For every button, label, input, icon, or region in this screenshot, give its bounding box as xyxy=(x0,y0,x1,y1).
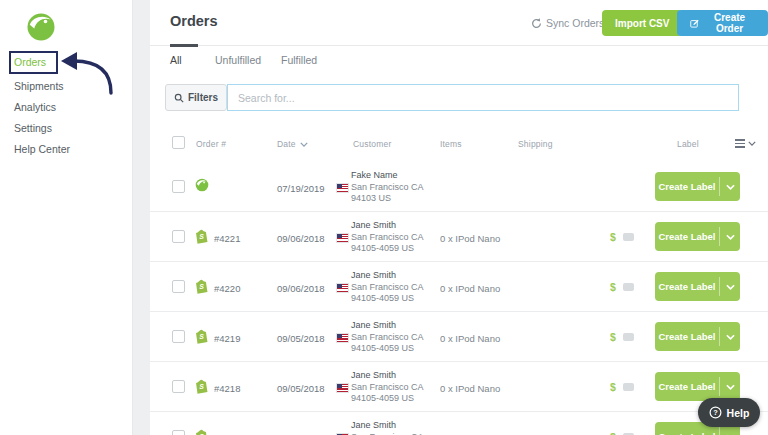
customer-name: Jane Smith xyxy=(351,320,447,332)
create-label-button[interactable]: Create Label xyxy=(655,322,740,351)
chevron-down-icon xyxy=(748,141,756,146)
shopify-icon: S xyxy=(193,278,210,295)
create-order-button[interactable]: Create Order xyxy=(677,10,768,36)
table-row: S #4221 09/06/2018 Jane Smith San Franci… xyxy=(150,212,768,262)
customer-address-line2: 94103 US xyxy=(351,193,447,205)
chevron-down-icon xyxy=(300,142,308,147)
order-number[interactable]: #4221 xyxy=(214,233,240,244)
column-customer: Customer xyxy=(353,139,391,149)
order-items: 0 x IPod Nano xyxy=(440,333,500,344)
column-items: Items xyxy=(440,139,462,149)
create-label-text: Create Label xyxy=(655,322,719,351)
import-csv-button[interactable]: Import CSV xyxy=(602,10,682,36)
create-label-dropdown[interactable] xyxy=(720,272,740,301)
order-date: 09/06/2018 xyxy=(277,233,325,244)
sidebar-item-shipments[interactable]: Shipments xyxy=(14,80,64,92)
chevron-down-icon xyxy=(726,184,735,190)
create-label-text: Create Label xyxy=(655,222,719,251)
order-date: 09/05/2018 xyxy=(277,383,325,394)
create-order-label: Create Order xyxy=(704,12,755,34)
order-items: 0 x IPod Nano xyxy=(440,233,500,244)
page-title: Orders xyxy=(170,13,218,29)
row-checkbox[interactable] xyxy=(172,430,185,435)
create-label-dropdown[interactable] xyxy=(720,222,740,251)
cheapest-rate-icon: $ xyxy=(610,231,616,243)
table-row: S #4217 09/05/2018 Jane Smith San Franci… xyxy=(150,412,768,435)
create-label-button[interactable]: Create Label xyxy=(655,372,740,401)
svg-text:S: S xyxy=(199,283,204,290)
cheapest-rate-icon: $ xyxy=(610,281,616,293)
chevron-down-icon xyxy=(726,384,735,390)
sync-orders-button[interactable]: Sync Orders xyxy=(531,17,604,29)
shipping-rates: $ xyxy=(610,381,634,393)
customer-name: Jane Smith xyxy=(351,420,447,432)
row-checkbox[interactable] xyxy=(172,180,185,193)
table-header: Order # Date Customer Items Shipping Lab… xyxy=(150,128,768,162)
customer-address-line2: 94105-4059 US xyxy=(351,293,447,305)
customer-cell: Jane Smith San Francisco CA 94105-4059 U… xyxy=(337,270,447,305)
cheapest-rate-icon: $ xyxy=(610,431,616,435)
disabled-rate-icon xyxy=(623,283,634,291)
table-row: S #4218 09/05/2018 Jane Smith San Franci… xyxy=(150,362,768,412)
disabled-rate-icon xyxy=(623,233,634,241)
cheapest-rate-icon: $ xyxy=(610,381,616,393)
create-label-button[interactable]: Create Label xyxy=(655,272,740,301)
shipping-rates: $ xyxy=(610,281,634,293)
refresh-icon xyxy=(531,18,542,29)
orders-page: Orders Sync Orders Import CSV Create Ord… xyxy=(150,0,768,435)
customer-address-line1: San Francisco CA xyxy=(351,332,447,344)
tab-unfulfilled[interactable]: Unfulfilled xyxy=(215,54,261,66)
order-date: 09/06/2018 xyxy=(277,283,325,294)
customer-cell: Fake Name San Francisco CA 94103 US xyxy=(337,170,447,205)
customer-cell: Jane Smith San Francisco CA 94105-4059 U… xyxy=(337,220,447,255)
column-date-sort[interactable]: Date xyxy=(277,139,308,149)
chevron-down-icon xyxy=(726,234,735,240)
tabbar-divider xyxy=(150,45,768,46)
sync-orders-label: Sync Orders xyxy=(546,17,604,29)
help-button[interactable]: ? Help xyxy=(698,398,760,427)
row-checkbox[interactable] xyxy=(172,380,185,393)
row-checkbox[interactable] xyxy=(172,230,185,243)
order-number[interactable]: #4219 xyxy=(214,333,240,344)
sidebar-item-help-center[interactable]: Help Center xyxy=(14,143,70,155)
search-input[interactable] xyxy=(227,84,739,111)
row-checkbox[interactable] xyxy=(172,280,185,293)
tab-all[interactable]: All xyxy=(170,54,182,66)
shippo-logo[interactable] xyxy=(26,12,56,42)
shopify-icon: S xyxy=(193,328,210,345)
create-label-dropdown[interactable] xyxy=(720,322,740,351)
import-csv-label: Import CSV xyxy=(615,18,669,29)
table-row: S #4219 09/05/2018 Jane Smith San Franci… xyxy=(150,312,768,362)
us-flag-icon xyxy=(337,334,348,342)
create-label-button[interactable]: Create Label xyxy=(655,222,740,251)
create-label-dropdown[interactable] xyxy=(720,172,740,201)
table-options-menu[interactable] xyxy=(735,137,756,150)
svg-text:?: ? xyxy=(713,408,718,417)
row-checkbox[interactable] xyxy=(172,330,185,343)
create-label-dropdown[interactable] xyxy=(720,372,740,401)
order-items: 0 x IPod Nano xyxy=(440,283,500,294)
shipping-rates: $ xyxy=(610,231,634,243)
sidebar-item-analytics[interactable]: Analytics xyxy=(14,101,56,113)
sidebar-item-settings[interactable]: Settings xyxy=(14,122,52,134)
order-date: 09/05/2018 xyxy=(277,333,325,344)
column-shipping: Shipping xyxy=(518,139,553,149)
hamburger-icon xyxy=(735,137,745,150)
customer-name: Fake Name xyxy=(351,170,447,182)
sidebar-item-orders[interactable]: Orders xyxy=(14,56,46,68)
disabled-rate-icon xyxy=(623,333,634,341)
search-icon xyxy=(174,93,184,103)
filters-button[interactable]: Filters xyxy=(165,84,227,111)
customer-address-line1: San Francisco CA xyxy=(351,432,447,435)
table-body: 07/19/2019 Fake Name San Francisco CA 94… xyxy=(150,162,768,435)
customer-name: Jane Smith xyxy=(351,270,447,282)
order-date: 07/19/2019 xyxy=(277,183,325,194)
create-label-button[interactable]: Create Label xyxy=(655,172,740,201)
order-number[interactable]: #4218 xyxy=(214,383,240,394)
tab-fulfilled[interactable]: Fulfilled xyxy=(281,54,317,66)
shipping-rates: $ xyxy=(610,431,634,435)
disabled-rate-icon xyxy=(623,383,634,391)
customer-name: Jane Smith xyxy=(351,370,447,382)
select-all-checkbox[interactable] xyxy=(172,136,185,149)
order-number[interactable]: #4220 xyxy=(214,283,240,294)
